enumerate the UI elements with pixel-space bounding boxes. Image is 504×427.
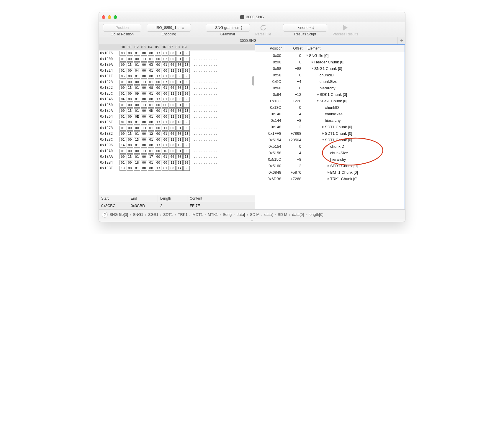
hex-byte[interactable]: 01 <box>134 143 140 148</box>
hex-byte[interactable]: 01 <box>120 57 126 62</box>
hex-byte[interactable]: 01 <box>134 131 140 136</box>
tree-row[interactable]: 0x13C+228▼ SGS1 Chunk [0] <box>255 98 405 104</box>
hex-byte[interactable]: 00 <box>169 149 176 154</box>
hex-byte[interactable]: 00 <box>127 137 133 142</box>
hex-byte[interactable]: 15 <box>176 143 183 148</box>
hex-byte[interactable]: 01 <box>148 57 154 62</box>
scrollbar-thumb[interactable] <box>252 76 254 86</box>
hex-byte[interactable]: 00 <box>155 149 161 154</box>
tree-row[interactable]: 0x5C+4 chunkSize <box>255 78 405 85</box>
breadcrumb-item[interactable]: Song <box>223 212 232 217</box>
hex-byte[interactable]: 00 <box>162 68 168 73</box>
hex-byte[interactable]: 01 <box>120 160 126 165</box>
breadcrumb-item[interactable]: SNG1 <box>133 212 143 217</box>
hex-byte[interactable]: 00 <box>183 137 190 142</box>
hex-byte[interactable]: 01 <box>120 103 126 108</box>
hex-byte[interactable]: 01 <box>134 97 140 102</box>
hex-byte[interactable]: 00 <box>169 51 176 56</box>
hex-row[interactable]: 0x1EAA00130100170001000013.......... <box>100 154 255 160</box>
tree-row[interactable]: 0x58+88▼ SNG1 Chunk [0] <box>255 65 405 72</box>
hex-byte[interactable]: 01 <box>162 120 168 125</box>
hex-byte[interactable]: 13 <box>141 126 147 131</box>
hex-byte[interactable]: 00 <box>155 85 161 90</box>
hex-byte[interactable]: 01 <box>134 120 140 125</box>
hex-byte[interactable]: 00 <box>127 97 133 102</box>
hex-byte[interactable]: 00 <box>141 85 147 90</box>
hex-byte[interactable]: 01 <box>148 149 154 154</box>
hex-byte[interactable]: 00 <box>127 91 133 96</box>
hex-byte[interactable]: 00 <box>183 80 190 85</box>
hex-byte[interactable]: 00 <box>169 143 176 148</box>
hex-byte[interactable]: 00 <box>127 143 133 148</box>
hex-row[interactable]: 0x1DF600000100001301000100.......... <box>100 50 255 56</box>
hex-byte[interactable]: 01 <box>162 154 168 159</box>
chevron-right-icon[interactable]: ▶ <box>327 171 330 174</box>
hex-byte[interactable]: 12 <box>148 131 154 136</box>
hex-byte[interactable]: 0C <box>162 103 168 108</box>
hex-byte[interactable]: 00 <box>127 68 133 73</box>
hex-byte[interactable]: 07 <box>162 80 168 85</box>
hex-byte[interactable]: 00 <box>141 166 147 171</box>
breadcrumb-item[interactable]: SGS1 <box>148 212 158 217</box>
hex-byte[interactable]: 13 <box>183 85 190 90</box>
hex-row[interactable]: 0x1E0A00130100030001000013.......... <box>100 62 255 68</box>
tab[interactable]: 3000.SNG <box>99 37 397 44</box>
hex-byte[interactable]: 00 <box>141 74 147 79</box>
parse-button[interactable] <box>259 24 268 32</box>
hex-byte[interactable]: 01 <box>176 137 183 142</box>
hex-byte[interactable]: 00 <box>155 154 161 159</box>
hex-byte[interactable]: 01 <box>134 51 140 56</box>
hex-byte[interactable]: 00 <box>155 114 161 119</box>
hex-byte[interactable]: 01 <box>176 103 183 108</box>
breadcrumb-path[interactable]: SNG file[0]›SNG1›SGS1›SDT1›TRK1›MDT1›MTK… <box>109 212 323 217</box>
hex-byte[interactable]: 01 <box>120 68 126 73</box>
hex-byte[interactable]: 01 <box>148 80 154 85</box>
hex-byte[interactable]: 01 <box>120 149 126 154</box>
hex-byte[interactable]: 00 <box>169 120 176 125</box>
hex-byte[interactable]: 00 <box>141 62 147 67</box>
breadcrumb-item[interactable]: SNG file[0] <box>109 212 128 217</box>
hex-byte[interactable]: 13 <box>169 137 176 142</box>
hex-row[interactable]: 0x1E1E05000100001301000600.......... <box>100 73 255 79</box>
hex-row[interactable]: 0x1E1401000400010000130100.......... <box>100 68 255 74</box>
hex-byte[interactable]: 01 <box>176 114 183 119</box>
hex-byte[interactable]: 13 <box>183 154 190 159</box>
hex-byte[interactable]: 00 <box>127 160 133 165</box>
hex-byte[interactable]: 00 <box>155 103 161 108</box>
hex-byte[interactable]: 03 <box>148 62 154 67</box>
tree-row[interactable]: 0x64+12▶ SDK1 Chunk [0] <box>255 91 405 98</box>
hex-row[interactable]: 0x1E9614000100001301001500.......... <box>100 142 255 148</box>
hex-byte[interactable]: 00 <box>176 108 183 113</box>
hex-byte[interactable]: 00 <box>141 114 147 119</box>
chevron-down-icon[interactable]: ▼ <box>316 99 320 102</box>
hex-byte[interactable]: 01 <box>134 62 140 67</box>
hex-byte[interactable]: 00 <box>155 131 161 136</box>
hex-byte[interactable]: 01 <box>176 126 183 131</box>
hex-byte[interactable]: 01 <box>162 131 168 136</box>
titlebar[interactable]: 3000.SNG <box>99 12 405 22</box>
hex-byte[interactable]: 01 <box>162 74 168 79</box>
tree-row[interactable]: 0x5158+4 chunkSize <box>255 150 405 156</box>
hex-byte[interactable]: 00 <box>155 91 161 96</box>
hex-view[interactable]: 00 01 02 03 04 05 06 07 08 09 0x1DF60000… <box>99 44 255 195</box>
hex-byte[interactable]: 0F <box>120 120 126 125</box>
hex-byte[interactable]: 13 <box>183 108 190 113</box>
hex-byte[interactable]: 01 <box>162 97 168 102</box>
tree-row[interactable]: 0x51540 chunkID <box>255 143 405 150</box>
hex-byte[interactable]: 00 <box>176 85 183 90</box>
hex-byte[interactable]: 00 <box>148 51 154 56</box>
col-offset[interactable]: Offset <box>285 45 305 52</box>
hex-byte[interactable]: 00 <box>183 97 190 102</box>
tree-row[interactable]: 0x000▼ SNG file [0] <box>255 52 405 59</box>
hex-byte[interactable]: 00 <box>169 74 176 79</box>
hex-row[interactable]: 0x1E6E0F000100001301001000.......... <box>100 119 255 125</box>
hex-row[interactable]: 0x1E6401000E00010000130100.......... <box>100 114 255 120</box>
hex-byte[interactable]: 00 <box>134 149 140 154</box>
hex-byte[interactable]: 13 <box>183 131 190 136</box>
hex-byte[interactable]: 00 <box>127 114 133 119</box>
hex-byte[interactable]: 00 <box>120 108 126 113</box>
hex-byte[interactable]: 00 <box>169 166 176 171</box>
hex-byte[interactable]: 19 <box>120 166 126 171</box>
hex-byte[interactable]: 00 <box>141 68 147 73</box>
tree-row[interactable]: 0x6DB8+7268▶ TRK1 Chunk [0] <box>255 175 405 182</box>
